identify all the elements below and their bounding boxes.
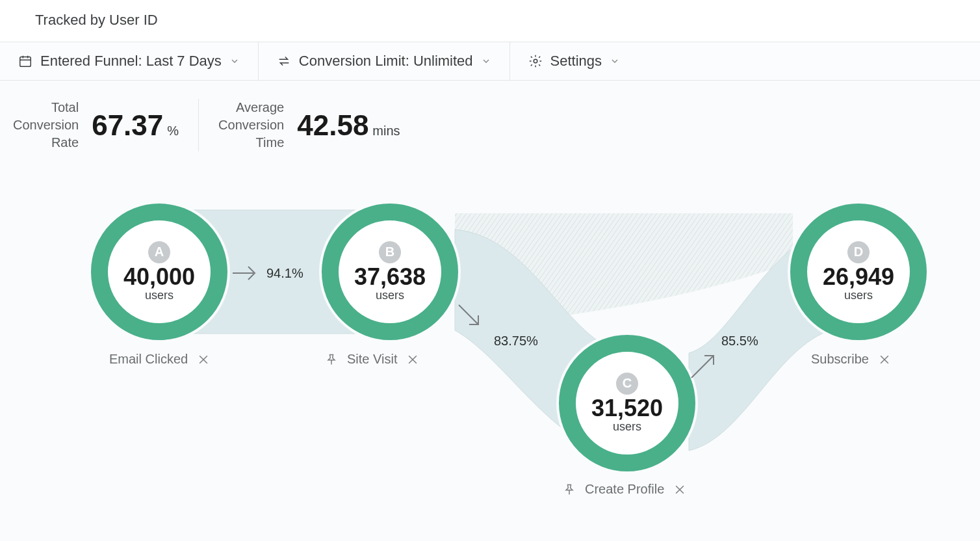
conversion-rate-cd: 85.5%	[721, 334, 758, 349]
page-title: Tracked by User ID	[0, 0, 980, 42]
chevron-down-icon	[481, 56, 491, 66]
gear-icon	[528, 54, 543, 68]
toolbar: Entered Funnel: Last 7 Days Conversion L…	[0, 42, 980, 81]
svg-point-1	[534, 59, 537, 63]
metric-label-line: Conversion	[13, 116, 79, 134]
metric-label-line: Rate	[13, 134, 79, 152]
chevron-down-icon	[610, 56, 620, 66]
node-letter: B	[379, 241, 401, 263]
node-count: 31,520	[591, 396, 663, 421]
swap-icon	[277, 54, 291, 68]
total-conversion-value: 67.37	[92, 109, 163, 142]
node-label: Create Profile	[585, 482, 664, 497]
node-users-label: users	[844, 289, 873, 302]
svg-rect-0	[20, 57, 31, 67]
arrow-icon	[456, 302, 484, 330]
node-label: Subscribe	[811, 352, 869, 367]
funnel-node-a[interactable]: A 40,000 users	[91, 204, 227, 340]
settings-label: Settings	[550, 53, 602, 70]
avg-conversion-unit: mins	[372, 124, 400, 139]
date-range-selector[interactable]: Entered Funnel: Last 7 Days	[0, 42, 259, 80]
calendar-icon	[18, 54, 32, 68]
conversion-limit-label: Conversion Limit: Unlimited	[299, 53, 473, 70]
node-users-label: users	[145, 289, 174, 302]
node-caption-d: Subscribe	[811, 352, 891, 367]
funnel-node-d[interactable]: D 26,949 users	[790, 204, 927, 340]
arrow-icon	[689, 353, 716, 380]
metric-label-line: Time	[218, 134, 284, 152]
node-count: 37,638	[354, 265, 426, 289]
node-letter: C	[616, 373, 638, 395]
average-conversion-time: Average Conversion Time 42.58 mins	[218, 99, 420, 152]
pin-icon[interactable]	[563, 483, 576, 496]
close-icon[interactable]	[406, 353, 419, 366]
close-icon[interactable]	[673, 483, 686, 496]
metric-label-line: Average	[218, 99, 284, 116]
node-caption-c: Create Profile	[563, 482, 686, 497]
funnel-node-c[interactable]: C 31,520 users	[559, 335, 695, 471]
date-range-label: Entered Funnel: Last 7 Days	[40, 53, 222, 70]
node-caption-b: Site Visit	[325, 352, 419, 367]
settings-selector[interactable]: Settings	[510, 42, 639, 80]
node-letter: A	[148, 241, 170, 263]
pin-icon[interactable]	[325, 353, 338, 366]
close-icon[interactable]	[197, 353, 210, 366]
funnel-canvas: A 40,000 users Email Clicked 94.1% B 37,…	[0, 152, 980, 516]
close-icon[interactable]	[878, 353, 891, 366]
node-caption-a: Email Clicked	[109, 352, 210, 367]
metric-label-line: Total	[13, 99, 79, 116]
avg-conversion-value: 42.58	[297, 109, 368, 142]
conversion-rate-bc: 83.75%	[494, 334, 538, 349]
total-conversion-rate: Total Conversion Rate 67.37 %	[13, 99, 199, 152]
node-users-label: users	[613, 420, 641, 434]
metric-label-line: Conversion	[218, 116, 284, 134]
metrics-row: Total Conversion Rate 67.37 % Average Co…	[0, 81, 980, 152]
conversion-rate-ab: 94.1%	[266, 266, 303, 281]
node-letter: D	[847, 241, 870, 263]
conversion-limit-selector[interactable]: Conversion Limit: Unlimited	[259, 42, 510, 80]
arrow-icon	[231, 263, 259, 283]
node-label: Email Clicked	[109, 352, 188, 367]
total-conversion-unit: %	[167, 124, 179, 139]
funnel-node-b[interactable]: B 37,638 users	[322, 204, 458, 340]
node-users-label: users	[376, 289, 404, 302]
node-count: 40,000	[123, 265, 195, 289]
chevron-down-icon	[229, 56, 240, 66]
node-label: Site Visit	[347, 352, 397, 367]
node-count: 26,949	[823, 265, 894, 289]
